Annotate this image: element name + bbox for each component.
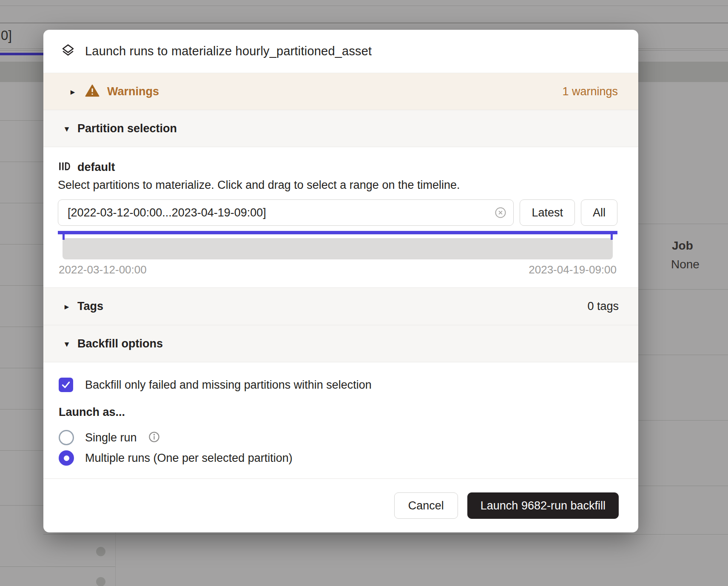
backfill-options-body: Backfill only failed and missing partiti… xyxy=(43,362,638,478)
info-icon[interactable] xyxy=(148,431,160,445)
backfill-only-failed-label: Backfill only failed and missing partiti… xyxy=(85,378,372,392)
caret-right-icon: ▸ xyxy=(62,302,71,311)
timeline-selection-range[interactable] xyxy=(58,231,617,234)
partition-selection-header: Partition selection xyxy=(77,122,177,135)
timeline-end-label: 2023-04-19-09:00 xyxy=(529,263,617,276)
clear-selection-icon[interactable] xyxy=(494,206,507,219)
multiple-runs-radio-row[interactable]: Multiple runs (One per selected partitio… xyxy=(59,448,619,468)
caret-down-icon: ▾ xyxy=(62,339,71,348)
launch-as-label: Launch as... xyxy=(59,406,619,419)
timeline-track[interactable] xyxy=(63,238,613,259)
single-run-label: Single run xyxy=(85,431,137,444)
partition-dimension-name: default xyxy=(77,161,115,174)
partition-range-input[interactable] xyxy=(58,199,514,226)
launch-backfill-button[interactable]: Launch 9682-run backfill xyxy=(467,492,619,519)
multiple-runs-label: Multiple runs (One per selected partitio… xyxy=(85,452,293,465)
tags-header: Tags xyxy=(77,300,103,313)
warning-triangle-icon xyxy=(85,84,100,99)
radio-unselected-icon[interactable] xyxy=(59,430,74,445)
partition-set-icon xyxy=(58,160,71,174)
dialog-footer: Cancel Launch 9682-run backfill xyxy=(43,478,638,532)
dialog-title: Launch runs to materialize hourly_partit… xyxy=(85,44,372,58)
materialize-layers-icon xyxy=(60,43,76,60)
launch-backfill-dialog: Launch runs to materialize hourly_partit… xyxy=(43,30,638,532)
partition-range-row: Latest All xyxy=(58,199,617,226)
partition-selection-section-toggle[interactable]: ▾ Partition selection xyxy=(43,110,638,147)
partition-range-input-wrap xyxy=(58,199,514,226)
cancel-button[interactable]: Cancel xyxy=(394,492,458,519)
caret-down-icon: ▾ xyxy=(62,124,71,133)
backfill-options-section-toggle[interactable]: ▾ Backfill options xyxy=(43,325,638,362)
warnings-section-toggle[interactable]: ▸ Warnings 1 warnings xyxy=(43,73,638,110)
partition-timeline: 2022-03-12-00:00 2023-04-19-09:00 xyxy=(58,231,617,276)
timeline-start-label: 2022-03-12-00:00 xyxy=(59,263,147,276)
backfill-only-failed-checkbox-row[interactable]: Backfill only failed and missing partiti… xyxy=(59,378,619,392)
latest-button[interactable]: Latest xyxy=(520,199,575,226)
timeline-date-labels: 2022-03-12-00:00 2023-04-19-09:00 xyxy=(58,263,617,276)
tags-section-toggle[interactable]: ▸ Tags 0 tags xyxy=(43,287,638,325)
warnings-label: Warnings xyxy=(107,85,159,98)
checkbox-checked-icon[interactable] xyxy=(59,378,73,392)
partition-help-text: Select partitions to materialize. Click … xyxy=(58,179,617,192)
partition-selection-body: default Select partitions to materialize… xyxy=(43,147,638,287)
tags-count-badge: 0 tags xyxy=(587,300,619,313)
warnings-count-badge: 1 warnings xyxy=(562,85,618,98)
radio-selected-icon[interactable] xyxy=(59,450,74,466)
caret-right-icon: ▸ xyxy=(68,87,77,96)
backfill-options-header: Backfill options xyxy=(77,337,163,350)
dialog-header: Launch runs to materialize hourly_partit… xyxy=(43,30,638,73)
single-run-radio-row[interactable]: Single run xyxy=(59,427,619,448)
all-button[interactable]: All xyxy=(581,199,617,226)
partition-dimension-row: default xyxy=(58,160,617,174)
